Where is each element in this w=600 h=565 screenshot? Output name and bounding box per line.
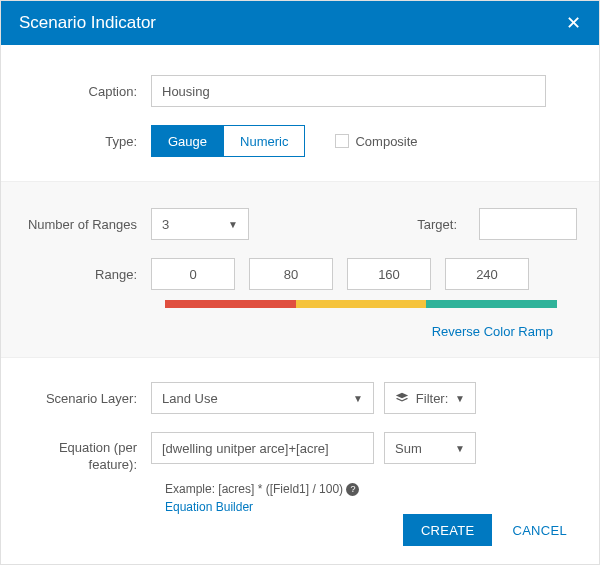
- equation-label: Equation (per feature):: [23, 432, 151, 474]
- chevron-down-icon: ▼: [353, 393, 363, 404]
- layers-icon: [395, 391, 409, 405]
- equation-builder-link[interactable]: Equation Builder: [165, 500, 253, 514]
- filter-select[interactable]: Filter: ▼: [384, 382, 476, 414]
- color-ramp: [165, 300, 557, 308]
- chevron-down-icon: ▼: [455, 393, 465, 404]
- caption-label: Caption:: [23, 84, 151, 99]
- num-ranges-label: Number of Ranges: [23, 217, 151, 232]
- composite-checkbox[interactable]: Composite: [335, 134, 417, 149]
- help-icon[interactable]: ?: [346, 483, 359, 496]
- create-button[interactable]: CREATE: [403, 514, 493, 546]
- aggregation-value: Sum: [395, 441, 422, 456]
- dialog-header: Scenario Indicator ✕: [1, 1, 599, 45]
- num-ranges-value: 3: [162, 217, 169, 232]
- dialog-footer: CREATE CANCEL: [403, 514, 577, 546]
- target-label: Target:: [417, 217, 469, 232]
- dialog-title: Scenario Indicator: [19, 13, 156, 33]
- reverse-color-ramp-link[interactable]: Reverse Color Ramp: [23, 324, 553, 339]
- chevron-down-icon: ▼: [455, 443, 465, 454]
- range-label: Range:: [23, 267, 151, 282]
- scenario-indicator-dialog: Scenario Indicator ✕ Caption: Type: Gaug…: [0, 0, 600, 565]
- equation-input[interactable]: [151, 432, 374, 464]
- range-input-1[interactable]: [249, 258, 333, 290]
- scenario-layer-label: Scenario Layer:: [23, 391, 151, 406]
- type-gauge-button[interactable]: Gauge: [152, 126, 223, 156]
- type-label: Type:: [23, 134, 151, 149]
- aggregation-select[interactable]: Sum ▼: [384, 432, 476, 464]
- ramp-segment-low: [165, 300, 296, 308]
- close-icon[interactable]: ✕: [566, 14, 581, 32]
- type-numeric-button[interactable]: Numeric: [223, 126, 304, 156]
- num-ranges-select[interactable]: 3 ▼: [151, 208, 249, 240]
- range-input-2[interactable]: [347, 258, 431, 290]
- caption-input[interactable]: [151, 75, 546, 107]
- ranges-panel: Number of Ranges 3 ▼ Target: Range:: [1, 181, 599, 358]
- range-input-3[interactable]: [445, 258, 529, 290]
- ramp-segment-high: [426, 300, 557, 308]
- filter-label: Filter:: [416, 391, 449, 406]
- chevron-down-icon: ▼: [228, 219, 238, 230]
- scenario-layer-select[interactable]: Land Use ▼: [151, 382, 374, 414]
- composite-label: Composite: [355, 134, 417, 149]
- range-input-0[interactable]: [151, 258, 235, 290]
- ramp-segment-mid: [296, 300, 427, 308]
- type-segmented: Gauge Numeric: [151, 125, 305, 157]
- equation-example: Example: [acres] * ([Field1] / 100) ? Eq…: [165, 480, 577, 516]
- checkbox-icon: [335, 134, 349, 148]
- target-input[interactable]: [479, 208, 577, 240]
- cancel-button[interactable]: CANCEL: [502, 514, 577, 546]
- scenario-layer-value: Land Use: [162, 391, 218, 406]
